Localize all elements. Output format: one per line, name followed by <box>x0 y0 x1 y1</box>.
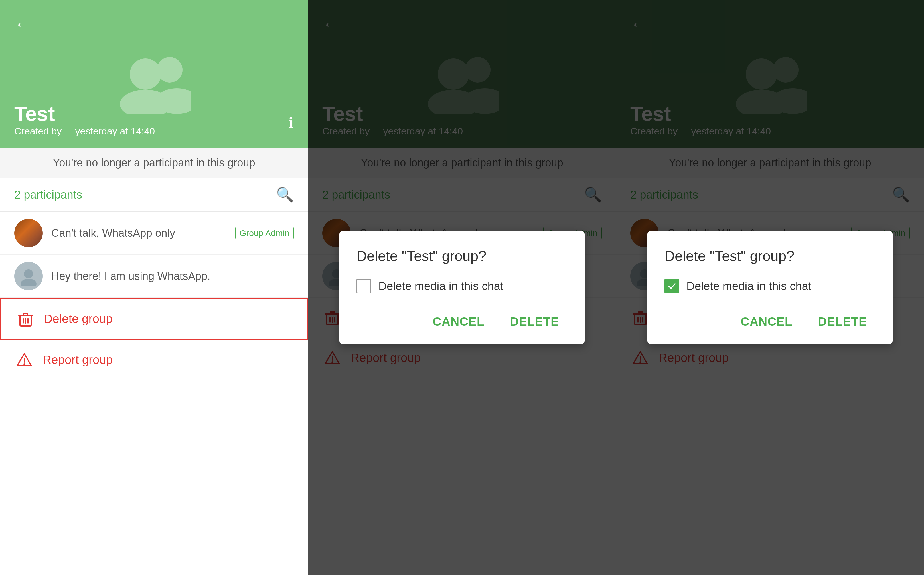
checkbox-row-3: Delete media in this chat <box>664 279 876 294</box>
participant-status-2: Hey there! I am using WhatsApp. <box>51 270 294 283</box>
svg-point-2 <box>157 57 183 83</box>
default-avatar-icon <box>19 266 38 286</box>
participant-info-2: Hey there! I am using WhatsApp. <box>51 270 294 283</box>
checkbox-row-2: Delete media in this chat <box>357 279 567 294</box>
delete-group-label-1: Delete group <box>44 312 113 326</box>
not-participant-banner-1: You're no longer a participant in this g… <box>0 148 308 178</box>
dialog-backdrop-3: Delete "Test" group? Delete media in thi… <box>616 0 924 575</box>
checkbox-label-3: Delete media in this chat <box>687 280 811 292</box>
back-button-1[interactable]: ← <box>14 14 31 34</box>
group-created-1: Created by yesterday at 14:40 <box>14 125 155 137</box>
panel-3: ← Test Created by yesterday at 14:40 You… <box>616 0 924 575</box>
report-icon-1 <box>14 350 34 370</box>
group-name-1: Test <box>14 102 55 125</box>
panel-2: ← Test Created by yesterday at 14:40 You… <box>308 0 616 575</box>
group-header-1: ← Test Created by yesterday at 14:40 ℹ <box>0 0 308 148</box>
delete-button-3[interactable]: DELETE <box>809 311 876 333</box>
dialog-title-2: Delete "Test" group? <box>357 248 567 264</box>
info-icon-1[interactable]: ℹ <box>288 114 294 131</box>
delete-media-checkbox-2[interactable] <box>357 279 371 294</box>
delete-dialog-3: Delete "Test" group? Delete media in thi… <box>647 231 893 344</box>
search-icon-1[interactable]: 🔍 <box>276 186 294 203</box>
checkbox-label-2: Delete media in this chat <box>378 280 503 292</box>
group-icon-1 <box>114 43 194 122</box>
panel-1: ← Test Created by yesterday at 14:40 ℹ Y… <box>0 0 308 575</box>
delete-button-2[interactable]: DELETE <box>501 311 567 333</box>
dialog-title-3: Delete "Test" group? <box>664 248 876 264</box>
delete-media-checkbox-3[interactable] <box>664 279 679 294</box>
participant-row-2[interactable]: Hey there! I am using WhatsApp. <box>0 255 308 298</box>
cancel-button-3[interactable]: CANCEL <box>732 311 801 333</box>
group-admin-badge-1: Group Admin <box>235 227 294 239</box>
checkmark-icon <box>668 281 677 291</box>
avatar-img-1 <box>14 219 43 247</box>
participants-count-1: 2 participants <box>14 188 82 201</box>
svg-point-16 <box>23 363 25 365</box>
dialog-buttons-3: CANCEL DELETE <box>664 311 876 333</box>
dialog-backdrop-2: Delete "Test" group? Delete media in thi… <box>308 0 616 575</box>
cancel-button-2[interactable]: CANCEL <box>424 311 493 333</box>
participants-header-1: 2 participants 🔍 <box>0 178 308 212</box>
delete-dialog-2: Delete "Test" group? Delete media in thi… <box>339 231 585 344</box>
avatar-2 <box>14 262 43 290</box>
svg-point-4 <box>24 269 33 278</box>
report-group-label-1: Report group <box>43 353 113 367</box>
report-group-row-1[interactable]: Report group <box>0 340 308 380</box>
not-participant-text-1: You're no longer a participant in this g… <box>53 157 255 169</box>
participant-row-1[interactable]: Can't talk, WhatsApp only Group Admin <box>0 212 308 255</box>
svg-point-0 <box>130 59 161 90</box>
avatar-1 <box>14 219 43 247</box>
delete-icon-1 <box>15 309 35 329</box>
svg-point-5 <box>21 279 37 286</box>
dialog-buttons-2: CANCEL DELETE <box>357 311 567 333</box>
delete-group-row-1[interactable]: Delete group <box>0 298 308 340</box>
